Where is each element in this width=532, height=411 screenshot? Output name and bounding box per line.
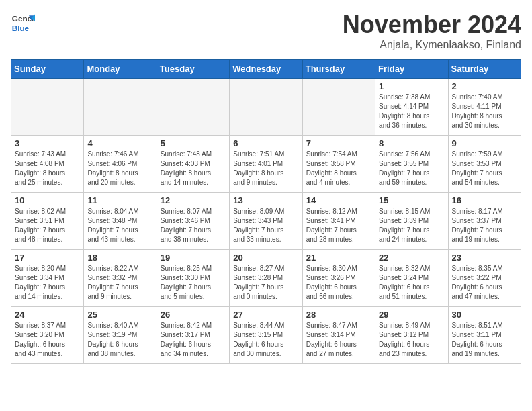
calendar-cell: 13Sunrise: 8:09 AM Sunset: 3:43 PM Dayli…	[230, 193, 302, 250]
week-row-4: 17Sunrise: 8:20 AM Sunset: 3:34 PM Dayli…	[11, 250, 521, 307]
calendar-table: SundayMondayTuesdayWednesdayThursdayFrid…	[11, 59, 521, 364]
day-number: 30	[452, 310, 517, 320]
day-number: 25	[87, 310, 152, 320]
calendar-cell: 24Sunrise: 8:37 AM Sunset: 3:20 PM Dayli…	[11, 307, 84, 364]
day-number: 15	[379, 195, 444, 205]
week-row-3: 10Sunrise: 8:02 AM Sunset: 3:51 PM Dayli…	[11, 193, 521, 250]
calendar-cell: 19Sunrise: 8:25 AM Sunset: 3:30 PM Dayli…	[157, 250, 229, 307]
day-info: Sunrise: 8:04 AM Sunset: 3:48 PM Dayligh…	[87, 207, 152, 244]
day-info: Sunrise: 8:02 AM Sunset: 3:51 PM Dayligh…	[15, 207, 80, 244]
calendar-cell: 20Sunrise: 8:27 AM Sunset: 3:28 PM Dayli…	[230, 250, 302, 307]
calendar-cell	[84, 79, 157, 136]
calendar-cell: 30Sunrise: 8:51 AM Sunset: 3:11 PM Dayli…	[448, 307, 521, 364]
day-info: Sunrise: 8:09 AM Sunset: 3:43 PM Dayligh…	[233, 207, 298, 244]
day-info: Sunrise: 8:07 AM Sunset: 3:46 PM Dayligh…	[161, 207, 226, 244]
calendar-cell: 16Sunrise: 8:17 AM Sunset: 3:37 PM Dayli…	[448, 193, 521, 250]
week-row-5: 24Sunrise: 8:37 AM Sunset: 3:20 PM Dayli…	[11, 307, 521, 364]
day-number: 22	[379, 253, 444, 263]
weekday-header-thursday: Thursday	[302, 60, 375, 79]
day-info: Sunrise: 8:35 AM Sunset: 3:22 PM Dayligh…	[452, 264, 517, 302]
calendar-cell	[11, 79, 84, 136]
calendar-cell: 9Sunrise: 7:59 AM Sunset: 3:53 PM Daylig…	[448, 136, 521, 193]
day-number: 24	[15, 310, 80, 320]
day-number: 14	[306, 195, 371, 205]
calendar-cell: 23Sunrise: 8:35 AM Sunset: 3:22 PM Dayli…	[448, 250, 521, 307]
day-info: Sunrise: 8:40 AM Sunset: 3:19 PM Dayligh…	[87, 321, 152, 359]
calendar-cell: 12Sunrise: 8:07 AM Sunset: 3:46 PM Dayli…	[157, 193, 229, 250]
weekday-header-monday: Monday	[84, 60, 157, 79]
day-info: Sunrise: 7:59 AM Sunset: 3:53 PM Dayligh…	[452, 150, 517, 187]
day-info: Sunrise: 7:48 AM Sunset: 4:03 PM Dayligh…	[161, 150, 226, 187]
day-info: Sunrise: 8:22 AM Sunset: 3:32 PM Dayligh…	[87, 264, 152, 302]
day-number: 20	[233, 253, 298, 263]
weekday-header-row: SundayMondayTuesdayWednesdayThursdayFrid…	[11, 60, 521, 79]
calendar-cell: 22Sunrise: 8:32 AM Sunset: 3:24 PM Dayli…	[375, 250, 448, 307]
calendar-cell: 6Sunrise: 7:51 AM Sunset: 4:01 PM Daylig…	[230, 136, 302, 193]
calendar-cell: 15Sunrise: 8:15 AM Sunset: 3:39 PM Dayli…	[375, 193, 448, 250]
day-info: Sunrise: 8:42 AM Sunset: 3:17 PM Dayligh…	[161, 321, 226, 359]
day-number: 27	[233, 310, 298, 320]
calendar-cell: 18Sunrise: 8:22 AM Sunset: 3:32 PM Dayli…	[84, 250, 157, 307]
calendar-cell: 14Sunrise: 8:12 AM Sunset: 3:41 PM Dayli…	[302, 193, 375, 250]
day-info: Sunrise: 8:37 AM Sunset: 3:20 PM Dayligh…	[15, 321, 80, 359]
day-info: Sunrise: 8:15 AM Sunset: 3:39 PM Dayligh…	[379, 207, 444, 244]
calendar-cell: 28Sunrise: 8:47 AM Sunset: 3:14 PM Dayli…	[302, 307, 375, 364]
calendar-cell: 17Sunrise: 8:20 AM Sunset: 3:34 PM Dayli…	[11, 250, 84, 307]
day-number: 1	[379, 81, 444, 91]
day-number: 26	[161, 310, 226, 320]
day-info: Sunrise: 8:51 AM Sunset: 3:11 PM Dayligh…	[452, 321, 517, 359]
day-info: Sunrise: 8:20 AM Sunset: 3:34 PM Dayligh…	[15, 264, 80, 302]
header: General Blue November 2024 Anjala, Kymen…	[11, 11, 521, 51]
day-info: Sunrise: 8:25 AM Sunset: 3:30 PM Dayligh…	[161, 264, 226, 302]
logo: General Blue	[11, 11, 35, 35]
day-number: 19	[161, 253, 226, 263]
day-number: 11	[87, 195, 152, 205]
day-number: 28	[306, 310, 371, 320]
calendar-cell: 29Sunrise: 8:49 AM Sunset: 3:12 PM Dayli…	[375, 307, 448, 364]
weekday-header-saturday: Saturday	[448, 60, 521, 79]
calendar-cell: 1Sunrise: 7:38 AM Sunset: 4:14 PM Daylig…	[375, 79, 448, 136]
calendar-cell	[157, 79, 229, 136]
calendar-cell: 10Sunrise: 8:02 AM Sunset: 3:51 PM Dayli…	[11, 193, 84, 250]
weekday-header-wednesday: Wednesday	[230, 60, 302, 79]
day-number: 10	[15, 195, 80, 205]
day-number: 8	[379, 138, 444, 148]
day-number: 5	[161, 138, 226, 148]
calendar-cell: 4Sunrise: 7:46 AM Sunset: 4:06 PM Daylig…	[84, 136, 157, 193]
calendar-cell: 5Sunrise: 7:48 AM Sunset: 4:03 PM Daylig…	[157, 136, 229, 193]
calendar-cell: 11Sunrise: 8:04 AM Sunset: 3:48 PM Dayli…	[84, 193, 157, 250]
title-area: November 2024 Anjala, Kymenlaakso, Finla…	[343, 11, 521, 51]
day-info: Sunrise: 7:43 AM Sunset: 4:08 PM Dayligh…	[15, 150, 80, 187]
day-number: 13	[233, 195, 298, 205]
day-number: 17	[15, 253, 80, 263]
day-info: Sunrise: 8:44 AM Sunset: 3:15 PM Dayligh…	[233, 321, 298, 359]
calendar-cell: 8Sunrise: 7:56 AM Sunset: 3:55 PM Daylig…	[375, 136, 448, 193]
logo-icon: General Blue	[11, 11, 35, 35]
weekday-header-sunday: Sunday	[11, 60, 84, 79]
calendar-cell	[230, 79, 302, 136]
calendar-cell: 21Sunrise: 8:30 AM Sunset: 3:26 PM Dayli…	[302, 250, 375, 307]
weekday-header-friday: Friday	[375, 60, 448, 79]
month-title: November 2024	[343, 11, 521, 39]
svg-text:Blue: Blue	[12, 24, 30, 32]
day-info: Sunrise: 8:47 AM Sunset: 3:14 PM Dayligh…	[306, 321, 371, 359]
day-info: Sunrise: 8:17 AM Sunset: 3:37 PM Dayligh…	[452, 207, 517, 244]
day-number: 16	[452, 195, 517, 205]
day-number: 23	[452, 253, 517, 263]
day-info: Sunrise: 7:54 AM Sunset: 3:58 PM Dayligh…	[306, 150, 371, 187]
calendar-cell: 7Sunrise: 7:54 AM Sunset: 3:58 PM Daylig…	[302, 136, 375, 193]
day-number: 21	[306, 253, 371, 263]
day-number: 29	[379, 310, 444, 320]
calendar-body: 1Sunrise: 7:38 AM Sunset: 4:14 PM Daylig…	[11, 79, 521, 364]
day-info: Sunrise: 7:56 AM Sunset: 3:55 PM Dayligh…	[379, 150, 444, 187]
week-row-1: 1Sunrise: 7:38 AM Sunset: 4:14 PM Daylig…	[11, 79, 521, 136]
day-number: 18	[87, 253, 152, 263]
day-info: Sunrise: 7:40 AM Sunset: 4:11 PM Dayligh…	[452, 93, 517, 130]
day-number: 7	[306, 138, 371, 148]
day-info: Sunrise: 8:12 AM Sunset: 3:41 PM Dayligh…	[306, 207, 371, 244]
day-info: Sunrise: 7:38 AM Sunset: 4:14 PM Dayligh…	[379, 93, 444, 130]
day-number: 3	[15, 138, 80, 148]
calendar-cell	[302, 79, 375, 136]
location-title: Anjala, Kymenlaakso, Finland	[343, 39, 521, 51]
day-info: Sunrise: 7:46 AM Sunset: 4:06 PM Dayligh…	[87, 150, 152, 187]
